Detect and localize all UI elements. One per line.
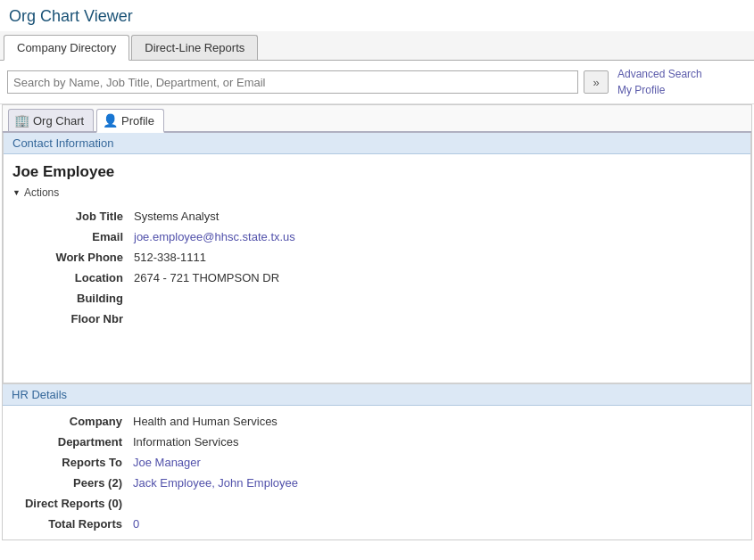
main-content-wrapper: 🏢 Org Chart 👤 Profile Contact Informatio… — [2, 104, 752, 540]
page-header: Org Chart Viewer — [0, 0, 754, 31]
table-row: Company Health and Human Services — [3, 411, 751, 432]
field-label-department: Department — [3, 432, 128, 452]
field-label-floor-nbr: Floor Nbr — [4, 309, 128, 329]
hr-info-table: Company Health and Human Services Depart… — [3, 411, 751, 534]
field-label-building: Building — [4, 288, 128, 309]
table-row: Floor Nbr — [4, 309, 750, 329]
peers-link[interactable]: Jack Employee, John Employee — [133, 476, 298, 490]
field-value-building — [128, 288, 750, 309]
field-value-company: Health and Human Services — [128, 411, 751, 432]
my-profile-link[interactable]: My Profile — [617, 82, 665, 98]
sub-tab-profile[interactable]: 👤 Profile — [96, 109, 164, 133]
table-row: Work Phone 512-338-1111 — [4, 247, 750, 268]
contact-section: Contact Information Joe Employee Actions… — [3, 133, 751, 383]
field-label-job-title: Job Title — [4, 206, 128, 226]
field-value-direct-reports — [128, 493, 751, 514]
actions-dropdown[interactable]: Actions — [12, 186, 59, 199]
field-label-reports-to: Reports To — [3, 452, 128, 473]
field-value-total-reports: 0 — [128, 514, 751, 534]
main-tabs: Company Directory Direct-Line Reports — [0, 31, 754, 61]
field-value-work-phone: 512-338-1111 — [128, 247, 750, 268]
field-label-company: Company — [3, 411, 128, 432]
reports-to-link[interactable]: Joe Manager — [133, 456, 201, 469]
table-row: Department Information Services — [3, 432, 751, 452]
field-label-direct-reports: Direct Reports (0) — [3, 493, 128, 514]
hr-section-header: HR Details — [3, 384, 751, 406]
field-value-email: joe.employee@hhsc.state.tx.us — [128, 226, 750, 247]
tab-direct-line-reports[interactable]: Direct-Line Reports — [131, 35, 258, 60]
spacer — [4, 329, 750, 383]
table-row: Location 2674 - 721 THOMPSON DR — [4, 268, 750, 288]
field-label-peers: Peers (2) — [3, 473, 128, 493]
search-icon: » — [592, 76, 599, 89]
search-input[interactable] — [7, 70, 578, 94]
table-row: Peers (2) Jack Employee, John Employee — [3, 473, 751, 493]
field-label-email: Email — [4, 226, 128, 247]
tab-company-directory[interactable]: Company Directory — [4, 35, 129, 61]
advanced-search-link[interactable]: Advanced Search — [617, 66, 702, 82]
field-value-department: Information Services — [128, 432, 751, 452]
field-label-total-reports: Total Reports — [3, 514, 128, 534]
profile-icon: 👤 — [103, 113, 118, 128]
sub-tabs: 🏢 Org Chart 👤 Profile — [3, 105, 751, 133]
email-link[interactable]: joe.employee@hhsc.state.tx.us — [134, 230, 295, 243]
field-value-location: 2674 - 721 THOMPSON DR — [128, 268, 750, 288]
field-label-location: Location — [4, 268, 128, 288]
table-row: Reports To Joe Manager — [3, 452, 751, 473]
search-button[interactable]: » — [584, 70, 609, 94]
page-title: Org Chart Viewer — [9, 7, 745, 26]
employee-name: Joe Employee — [4, 154, 750, 183]
total-reports-link[interactable]: 0 — [133, 517, 139, 531]
search-bar: » Advanced Search My Profile — [0, 61, 754, 104]
table-row: Total Reports 0 — [3, 514, 751, 534]
table-row: Direct Reports (0) — [3, 493, 751, 514]
contact-info-table: Job Title Systems Analyst Email joe.empl… — [4, 206, 750, 329]
org-chart-icon: 🏢 — [14, 113, 29, 128]
search-links: Advanced Search My Profile — [617, 66, 702, 98]
sub-tab-org-chart[interactable]: 🏢 Org Chart — [8, 109, 94, 131]
actions-row: Actions — [4, 183, 750, 206]
table-row: Building — [4, 288, 750, 309]
table-row: Email joe.employee@hhsc.state.tx.us — [4, 226, 750, 247]
field-label-work-phone: Work Phone — [4, 247, 128, 268]
field-value-floor-nbr — [128, 309, 750, 329]
field-value-job-title: Systems Analyst — [128, 206, 750, 226]
hr-section: HR Details Company Health and Human Serv… — [3, 383, 751, 534]
table-row: Job Title Systems Analyst — [4, 206, 750, 226]
field-value-peers: Jack Employee, John Employee — [128, 473, 751, 493]
contact-section-header: Contact Information — [4, 133, 750, 154]
field-value-reports-to: Joe Manager — [128, 452, 751, 473]
